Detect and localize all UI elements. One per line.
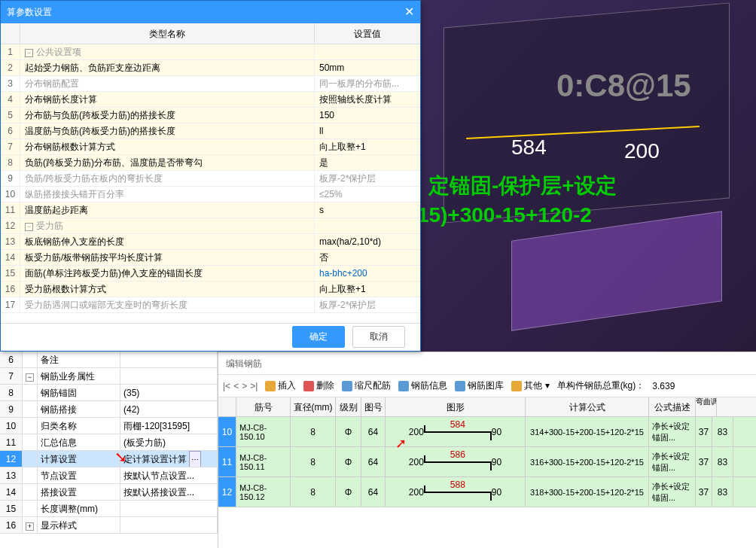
nav-prev[interactable]: < — [233, 381, 239, 391]
other-button[interactable]: 其他 ▾ — [511, 379, 549, 392]
param-row[interactable]: 17受力筋遇洞口或端部无支座时的弯折长度板厚-2*保护层 — [1, 297, 420, 313]
vp-text-green2: 0-15)+300-15+120-2 — [421, 203, 592, 227]
param-row[interactable]: 9负筋/跨板受力筋在板内的弯折长度板厚-2*保护层 — [1, 171, 420, 187]
param-row[interactable]: 7分布钢筋根数计算方式向上取整+1 — [1, 139, 420, 155]
vp-label-200: 200 — [624, 139, 660, 163]
property-row[interactable]: 15长度调整(mm) — [0, 501, 218, 517]
nav-next[interactable]: > — [242, 381, 247, 391]
param-row[interactable]: 11温度筋起步距离s — [1, 202, 420, 218]
insert-button[interactable]: 插入 — [265, 379, 296, 392]
lib-button[interactable]: 钢筋图库 — [455, 379, 504, 392]
property-row[interactable]: 8钢筋锚固(35) — [0, 385, 218, 401]
dialog-column-header: 类型名称 设置值 — [1, 23, 420, 44]
dialog-body: 1−公共设置项2起始受力钢筋、负筋距支座边距离50mm3分布钢筋配置同一板厚的分… — [1, 44, 420, 323]
info-button[interactable]: 钢筋信息 — [398, 379, 447, 392]
3d-viewport[interactable]: 0:C8@15 584 200 定锚固-保护层+设定 0-15)+300-15+… — [421, 0, 756, 352]
param-row[interactable]: 13板底钢筋伸入支座的长度max(ha/2,10*d) — [1, 234, 420, 250]
edit-header: 筋号 直径(mm) 级别 图号 图形 计算公式 公式描述 弯曲调整 — [218, 397, 756, 417]
nav-last[interactable]: >| — [250, 381, 258, 391]
param-row[interactable]: 5分布筋与负筋(跨板受力筋)的搭接长度150 — [1, 108, 420, 123]
param-row[interactable]: 16受力筋根数计算方式向上取整+1 — [1, 282, 420, 297]
param-row[interactable]: 14板受力筋/板带钢筋按平均长度计算否 — [1, 250, 420, 266]
rebar-row[interactable]: 10MJ-C8-150.108Φ6420058490314+300-15+200… — [218, 417, 756, 447]
property-row[interactable]: 10归类名称雨棚-120[31595] — [0, 418, 218, 434]
property-row[interactable]: 6备注 — [0, 352, 218, 368]
property-row[interactable]: 9钢筋搭接(42) — [0, 401, 218, 418]
param-row[interactable]: 6温度筋与负筋(跨板受力筋)的搭接长度ll — [1, 123, 420, 139]
ok-button[interactable]: 确定 — [292, 326, 345, 348]
param-row[interactable]: 4分布钢筋长度计算按照轴线长度计算 — [1, 92, 420, 108]
rebar-row[interactable]: 11MJ-C8-150.118Φ6420058690316+300-15+200… — [218, 447, 756, 477]
param-dialog: 算参数设置 ✕ 类型名称 设置值 1−公共设置项2起始受力钢筋、负筋距支座边距离… — [0, 0, 421, 352]
edit-rebar-panel: 编辑钢筋 |< < > >| 插入 删除 缩尺配筋 钢筋信息 钢筋图库 其他 ▾… — [218, 352, 756, 548]
property-row[interactable]: 13节点设置按默认节点设置... — [0, 467, 218, 484]
more-icon[interactable]: ⋯ — [189, 451, 201, 467]
header-value: 设置值 — [315, 23, 420, 44]
property-row[interactable]: 14搭接设置按默认搭接设置... — [0, 484, 218, 501]
param-row[interactable]: 2起始受力钢筋、负筋距支座边距离50mm — [1, 60, 420, 76]
total-value: 3.639 — [652, 381, 675, 391]
nav-buttons: |< < > >| — [223, 381, 258, 391]
total-label: 单构件钢筋总重(kg)： — [557, 379, 645, 392]
property-row[interactable]: 12计算设置定计算设置计算 ⋯ — [0, 451, 218, 467]
property-table: 6备注7−钢筋业务属性8钢筋锚固(35)9钢筋搭接(42)10归类名称雨棚-12… — [0, 352, 218, 548]
cancel-button[interactable]: 取消 — [352, 326, 405, 348]
rebar-row[interactable]: 12MJ-C8-150.128Φ6420058890318+300-15+200… — [218, 477, 756, 507]
vp-text-green1: 定锚固-保护层+设定 — [428, 172, 617, 200]
param-row[interactable]: 12−受力筋 — [1, 218, 420, 234]
param-row[interactable]: 1−公共设置项 — [1, 44, 420, 60]
edit-toolbar: |< < > >| 插入 删除 缩尺配筋 钢筋信息 钢筋图库 其他 ▾ 单构件钢… — [218, 375, 756, 397]
dialog-titlebar: 算参数设置 ✕ — [1, 1, 420, 23]
param-row[interactable]: 3分布钢筋配置同一板厚的分布筋... — [1, 76, 420, 92]
vp-text-gray: 0:C8@15 — [556, 68, 691, 104]
nav-first[interactable]: |< — [223, 381, 230, 391]
header-type: 类型名称 — [20, 23, 315, 44]
edit-title: 编辑钢筋 — [218, 352, 756, 375]
property-row[interactable]: 11汇总信息(板受力筋) — [0, 434, 218, 451]
dialog-title-text: 算参数设置 — [7, 1, 52, 23]
close-icon[interactable]: ✕ — [404, 1, 414, 23]
property-row[interactable]: 16+显示样式 — [0, 517, 218, 534]
scale-button[interactable]: 缩尺配筋 — [342, 379, 391, 392]
vp-label-584: 584 — [511, 135, 547, 160]
param-row[interactable]: 8负筋(跨板受力筋)分布筋、温度筋是否带弯勾是 — [1, 155, 420, 171]
param-row[interactable]: 10纵筋搭接接头错开百分率≤25% — [1, 187, 420, 202]
delete-button[interactable]: 删除 — [303, 379, 334, 392]
param-row[interactable]: 15面筋(单标注跨板受力筋)伸入支座的锚固长度ha-bhc+200 — [1, 266, 420, 282]
edit-body: 10MJ-C8-150.108Φ6420058490314+300-15+200… — [218, 417, 756, 507]
property-row[interactable]: 7−钢筋业务属性 — [0, 368, 218, 385]
